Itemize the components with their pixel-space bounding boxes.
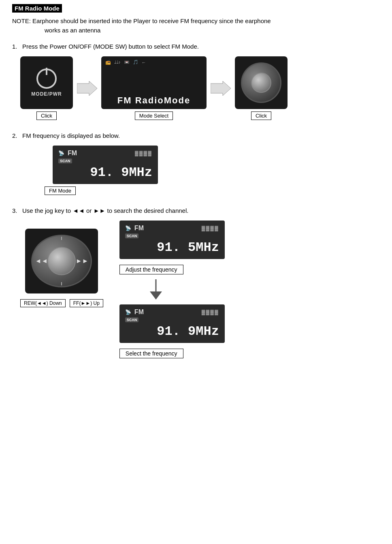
svg-marker-1 (211, 81, 231, 96)
title-bar: FM Radio Mode (12, 4, 380, 17)
cassette-icon: 📼 (124, 60, 130, 65)
jog-left-arrow-icon: ◄◄ (35, 257, 48, 265)
adjust-freq-label: Adjust the frequency (119, 265, 183, 274)
step-3: 3. Use the jog key to ◄◄ or ►► to search… (12, 207, 380, 358)
freq-display-2: 91. 5MHz (125, 240, 219, 255)
step3-header: 3. Use the jog key to ◄◄ or ►► to search… (12, 207, 380, 214)
knob-img (235, 56, 288, 109)
scan-row-3: SCAN (125, 317, 219, 322)
fm-display3-row: 📡 FM (125, 308, 144, 316)
knob-item: Click (235, 56, 288, 120)
fm-display-1: 📡 FM ▓▓▓▓ SCAN 91. 9MHz (53, 146, 158, 184)
jog-center (47, 247, 76, 275)
step2-header: 2. FM frequency is displayed as below. (12, 132, 380, 139)
down-arrow-box (144, 279, 168, 300)
fm-display2-top: 📡 FM ▓▓▓▓ (125, 225, 219, 232)
fm-display3-top: 📡 FM ▓▓▓▓ (125, 308, 219, 316)
fm-mode-label: FM Mode (45, 186, 76, 195)
select-freq-label: Select the frequency (119, 349, 183, 358)
freq-display-3: 91. 9MHz (125, 324, 219, 339)
fm-label-1: FM (68, 150, 77, 157)
battery-bars-3: ▓▓▓▓ (202, 309, 219, 315)
antenna-icon-2: 📡 (125, 225, 131, 231)
arrow-right-2 (211, 80, 231, 96)
antenna-icon: 📡 (58, 150, 64, 156)
battery-bars: ▓▓▓▓ (135, 150, 152, 156)
rew-ff-labels: REW(◄◄) Down FF(►►) Up (20, 299, 103, 307)
svg-marker-0 (77, 81, 97, 96)
jog-outer: ◄◄ ►► (31, 235, 92, 287)
click-right-label: Click (251, 111, 271, 120)
mode-pwr-text: MODE/PWR (31, 91, 62, 97)
jog-top-tick (61, 237, 62, 240)
scan-row: SCAN (58, 158, 152, 163)
scan-badge-1: SCAN (58, 158, 72, 163)
mode-select-label: Mode Select (135, 111, 173, 120)
step2-diagram: 📡 FM ▓▓▓▓ SCAN 91. 9MHz FM Mode (45, 146, 380, 195)
freq-display-1: 91. 9MHz (58, 165, 152, 180)
battery-bars-2: ▓▓▓▓ (202, 225, 219, 231)
scan-badge-2: SCAN (125, 233, 139, 238)
jog-wheel: ◄◄ ►► (25, 229, 98, 293)
fm-display-3: 📡 FM ▓▓▓▓ SCAN 91. 9MHz (119, 304, 225, 343)
mode-pwr-item: MODE/PWR Click (20, 56, 73, 120)
knob-inner (251, 73, 271, 93)
fm-icons-row: 📻 ♩♩♪ 📼 🎵 ← (105, 60, 202, 65)
svg-marker-3 (150, 291, 162, 300)
fm-radio-mode-text: FM RadioMode (117, 95, 190, 106)
page-title: FM Radio Mode (12, 4, 62, 13)
antenna-icon-3: 📡 (125, 309, 131, 315)
jog-right-arrow-icon: ►► (76, 257, 89, 265)
radio2-icon: 🎵 (133, 60, 138, 65)
fm-display-2: 📡 FM ▓▓▓▓ SCAN 91. 5MHz (119, 221, 225, 259)
fm-display-top: 📡 FM ▓▓▓▓ (58, 150, 152, 157)
click-left-label: Click (36, 111, 57, 120)
jog-bottom-tick (61, 282, 62, 285)
step1-header: 1. Press the Power ON/OFF (MODE SW) butt… (12, 43, 380, 50)
fm-label-2: FM (134, 225, 144, 232)
power-icon (36, 69, 57, 89)
fm-mode-screen-item: 📻 ♩♩♪ 📼 🎵 ← FM RadioMode Mode Select (101, 56, 207, 120)
fm-mode-screen: 📻 ♩♩♪ 📼 🎵 ← FM RadioMode (101, 56, 207, 109)
rew-label: REW(◄◄) Down (20, 299, 66, 307)
scan-row-2: SCAN (125, 233, 219, 238)
step3-diagram: ◄◄ ►► REW(◄◄) Down FF(►►) Up 📡 FM (20, 221, 380, 358)
note-section: NOTE: Earphone should be inserted into t… (12, 17, 380, 35)
right-screens: 📡 FM ▓▓▓▓ SCAN 91. 5MHz Adjust the frequ… (119, 221, 225, 358)
fm-display2-row: 📡 FM (125, 225, 144, 232)
arrow-right-1 (77, 80, 97, 96)
mode-pwr-button-img: MODE/PWR (20, 56, 73, 109)
music-notes-icon: ♩♩♪ (114, 60, 121, 65)
scan-badge-3: SCAN (125, 317, 139, 322)
note-line2: works as an antenna (45, 27, 100, 34)
arrow-icon: ← (142, 60, 146, 65)
fm-display-row: 📡 FM (58, 150, 77, 157)
step-2: 2. FM frequency is displayed as below. 📡… (12, 132, 380, 195)
knob-outer (241, 62, 281, 103)
step-1: 1. Press the Power ON/OFF (MODE SW) butt… (12, 43, 380, 120)
note-line1: NOTE: Earphone should be inserted into t… (12, 17, 271, 24)
fm-label-3: FM (134, 308, 144, 316)
step1-diagram: MODE/PWR Click 📻 ♩♩♪ 📼 🎵 ← FM Radio (20, 56, 380, 120)
left-controls: ◄◄ ►► REW(◄◄) Down FF(►►) Up (20, 221, 103, 307)
radio-small-icon: 📻 (105, 60, 111, 65)
ff-label: FF(►►) Up (70, 299, 103, 307)
